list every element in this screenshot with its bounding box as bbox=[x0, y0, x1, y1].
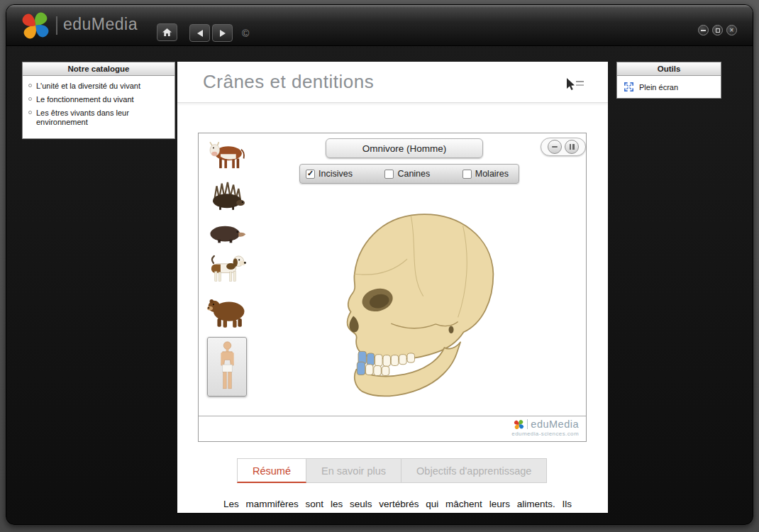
animal-mole-thumbnail[interactable] bbox=[206, 218, 248, 245]
pause-icon bbox=[570, 144, 575, 150]
human-skull-illustration bbox=[319, 199, 505, 410]
fullscreen-icon bbox=[624, 82, 634, 92]
animal-cow-thumbnail[interactable] bbox=[206, 138, 248, 172]
checkbox-icon bbox=[462, 170, 472, 179]
page-title: Crânes et dentitions bbox=[203, 71, 374, 93]
fullscreen-button[interactable]: Plein écran bbox=[617, 76, 721, 98]
app-window: eduMedia © × Notre catalogue L'unité et … bbox=[6, 4, 753, 525]
titlebar: eduMedia © × bbox=[6, 5, 753, 46]
close-button[interactable]: × bbox=[726, 25, 737, 35]
teeth-options-bar: Incisives Canines Molaires bbox=[299, 164, 519, 184]
catalog-panel: Notre catalogue L'unité et la diversité … bbox=[22, 62, 175, 139]
forward-button[interactable] bbox=[212, 24, 233, 42]
tools-panel: Outils Plein écran bbox=[616, 62, 721, 99]
minimize-button[interactable] bbox=[698, 25, 709, 35]
bullet-icon bbox=[28, 84, 32, 87]
page-header: Crânes et dentitions bbox=[177, 62, 608, 103]
maximize-button[interactable] bbox=[712, 25, 723, 35]
maximize-icon bbox=[716, 28, 720, 33]
home-icon bbox=[162, 28, 172, 37]
tab-resume[interactable]: Résumé bbox=[237, 458, 306, 483]
forward-icon bbox=[220, 30, 226, 37]
brand-text: eduMedia bbox=[63, 15, 138, 34]
brand-divider bbox=[56, 16, 57, 35]
tools-header: Outils bbox=[617, 62, 721, 76]
main-panel: Crânes et dentitions Omnivore (Homme) In… bbox=[177, 62, 608, 513]
simulation-frame: Omnivore (Homme) Incisives Canines Molai… bbox=[198, 133, 587, 442]
catalog-list: L'unité et la diversité du vivant Le fon… bbox=[23, 76, 174, 138]
checkbox-canines[interactable]: Canines bbox=[384, 169, 430, 179]
window-controls: × bbox=[698, 25, 737, 35]
catalog-item-unite-diversite[interactable]: L'unité et la diversité du vivant bbox=[28, 82, 169, 91]
back-button[interactable] bbox=[189, 24, 210, 42]
sim-footer: eduMedia edumedia-sciences.com bbox=[199, 416, 586, 441]
summary-text: Les mammifères sont les seuls vertébrés … bbox=[214, 498, 572, 513]
tab-objectifs-apprentissage[interactable]: Objectifs d'apprentissage bbox=[401, 458, 547, 483]
minus-icon bbox=[552, 146, 558, 148]
back-icon bbox=[197, 30, 203, 37]
pause-button[interactable] bbox=[565, 140, 579, 154]
edumedia-logo-icon bbox=[514, 419, 524, 430]
fullscreen-label: Plein écran bbox=[639, 83, 678, 92]
bullet-icon bbox=[28, 97, 32, 101]
minimize-icon bbox=[701, 30, 706, 31]
edumedia-logo-icon bbox=[21, 11, 50, 40]
checkbox-icon bbox=[384, 170, 394, 179]
animal-bear-thumbnail[interactable] bbox=[206, 294, 248, 330]
footer-brand-text: eduMedia bbox=[531, 419, 579, 430]
footer-url[interactable]: edumedia-sciences.com bbox=[511, 431, 579, 437]
catalog-item-fonctionnement[interactable]: Le fonctionnement du vivant bbox=[28, 95, 169, 104]
close-icon: × bbox=[730, 27, 734, 34]
animal-dog-thumbnail[interactable] bbox=[206, 252, 248, 287]
footer-brand-divider bbox=[527, 419, 528, 429]
tab-bar: Résumé En savoir plus Objectifs d'appren… bbox=[237, 458, 608, 483]
animal-porcupine-thumbnail[interactable] bbox=[206, 179, 248, 211]
pointer-menu-icon[interactable] bbox=[564, 77, 585, 93]
catalog-item-environnement[interactable]: Les êtres vivants dans leur environnemen… bbox=[28, 109, 169, 127]
simulation-stage: Omnivore (Homme) Incisives Canines Molai… bbox=[199, 133, 586, 416]
animal-selector bbox=[204, 138, 250, 397]
player-controls bbox=[541, 138, 586, 156]
step-minus-button[interactable] bbox=[548, 140, 562, 154]
checkbox-incisives[interactable]: Incisives bbox=[306, 169, 353, 179]
catalog-header: Notre catalogue bbox=[23, 62, 174, 76]
home-button[interactable] bbox=[157, 23, 177, 41]
animal-human-thumbnail[interactable] bbox=[207, 337, 247, 397]
mode-button[interactable]: Omnivore (Homme) bbox=[326, 138, 483, 158]
copyright-symbol: © bbox=[242, 28, 249, 39]
tab-en-savoir-plus[interactable]: En savoir plus bbox=[306, 458, 401, 483]
checkbox-icon bbox=[306, 170, 315, 179]
checkbox-molaires[interactable]: Molaires bbox=[462, 169, 509, 179]
bullet-icon bbox=[28, 111, 32, 114]
